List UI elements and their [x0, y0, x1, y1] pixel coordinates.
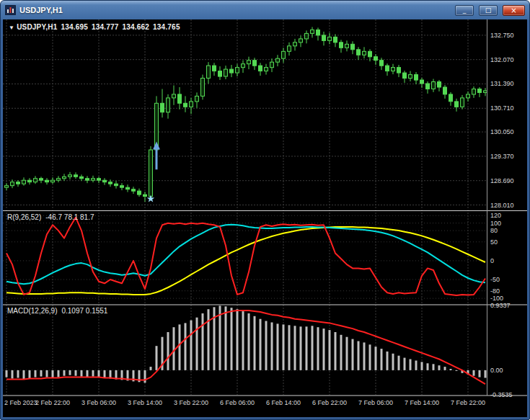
svg-text:6 Feb 06:00: 6 Feb 06:00: [220, 399, 255, 406]
svg-text:50: 50: [490, 238, 498, 246]
svg-text:131.390: 131.390: [490, 80, 514, 87]
svg-text:128.690: 128.690: [490, 177, 514, 184]
window-title: USDJPY,H1: [19, 6, 63, 14]
app-window: USDJPY,H1 _ □ × 132.750132.070131.390130…: [0, 0, 530, 420]
svg-text:100: 100: [490, 220, 501, 227]
svg-text:0.00: 0.00: [490, 367, 503, 374]
chart-app-icon: [5, 5, 16, 15]
svg-text:6 Feb 14:00: 6 Feb 14:00: [266, 399, 301, 406]
svg-text:3 Feb 14:00: 3 Feb 14:00: [128, 399, 162, 406]
svg-text:-80: -80: [490, 287, 500, 295]
svg-text:7 Feb 06:00: 7 Feb 06:00: [358, 399, 393, 406]
svg-text:7 Feb 22:00: 7 Feb 22:00: [451, 399, 485, 406]
svg-text:130.710: 130.710: [490, 104, 514, 112]
close-button[interactable]: ×: [503, 5, 525, 16]
svg-text:0.9337: 0.9337: [490, 302, 511, 309]
svg-text:130.050: 130.050: [490, 128, 514, 135]
svg-text:2 Feb 22:00: 2 Feb 22:00: [35, 399, 70, 406]
window-titlebar[interactable]: USDJPY,H1 _ □ ×: [3, 1, 527, 19]
svg-text:0: 0: [490, 257, 494, 264]
svg-text:6 Feb 22:00: 6 Feb 22:00: [312, 399, 347, 406]
svg-text:128.010: 128.010: [490, 202, 514, 209]
svg-text:3 Feb 22:00: 3 Feb 22:00: [174, 399, 208, 406]
price-chart-canvas[interactable]: 132.750132.070131.390130.710130.050129.3…: [3, 19, 527, 417]
minimize-button[interactable]: _: [455, 5, 474, 16]
maximize-button[interactable]: □: [479, 5, 498, 16]
svg-text:129.370: 129.370: [490, 153, 514, 160]
svg-text:2 Feb 2023: 2 Feb 2023: [4, 399, 37, 406]
svg-text:-0.3535: -0.3535: [490, 391, 513, 398]
svg-text:-100: -100: [490, 295, 503, 302]
chart-client-area[interactable]: 132.750132.070131.390130.710130.050129.3…: [3, 19, 527, 417]
svg-text:132.750: 132.750: [490, 32, 514, 39]
svg-text:132.070: 132.070: [490, 56, 514, 63]
svg-text:3 Feb 06:00: 3 Feb 06:00: [81, 399, 116, 406]
svg-text:80: 80: [490, 227, 498, 234]
svg-text:-50: -50: [490, 276, 500, 283]
svg-text:120: 120: [490, 212, 501, 219]
svg-text:7 Feb 14:00: 7 Feb 14:00: [405, 399, 439, 406]
